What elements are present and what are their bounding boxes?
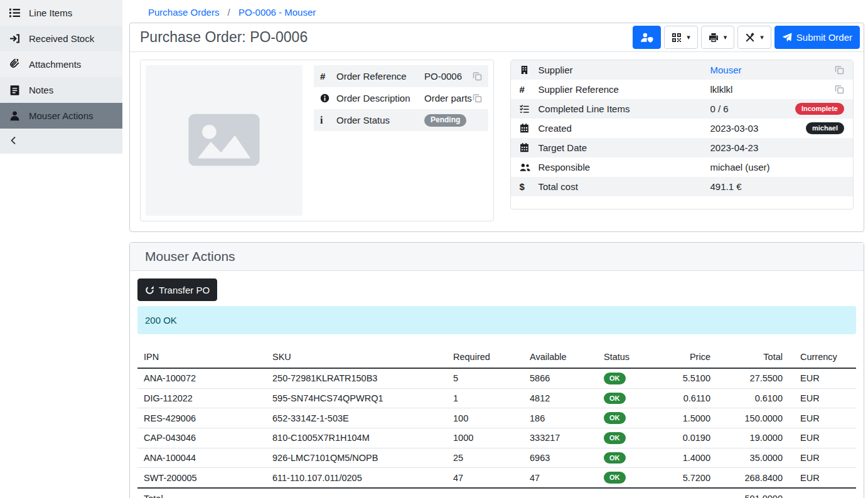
detail-value: 0 / 6 [710,103,795,114]
printer-icon [709,33,719,43]
header-row: IPN SKU Required Available Status Price … [137,348,856,368]
cell-status: OK [597,408,657,428]
sidebar-item-received-stock[interactable]: Received Stock [0,26,122,51]
hash-icon: # [320,71,336,82]
cell-sku: 810-C1005X7R1H104M [266,428,447,448]
table-row: RES-429006 652-3314Z-1-503E 100 186 OK 1… [137,408,856,428]
cell-status: OK [597,368,657,388]
order-summary-card: # Order Reference PO-0006 Order Descri [140,60,494,221]
copy-icon[interactable] [473,93,482,103]
cell-total: 35.0000 [717,448,789,468]
table-row: ANA-100072 250-72981KLRATR150B3 5 5866 O… [137,368,856,388]
total-label: Total [137,488,717,498]
order-detail-list: # Order Reference PO-0006 Order Descri [314,65,488,131]
sidebar-item-label: Line Items [29,8,72,18]
cell-ipn: ANA-100072 [137,368,266,388]
detail-value: PO-0006 [424,71,473,82]
cell-ipn: RES-429006 [137,408,266,428]
cell-required: 100 [447,408,523,428]
cell-required: 1 [447,388,523,408]
breadcrumb-link-current-po[interactable]: PO-0006 - Mouser [238,7,316,18]
po-panel-header: Purchase Order: PO-0006 ▾ [130,23,864,52]
cell-status: OK [597,388,657,408]
submit-order-button[interactable]: Submit Order [774,26,860,49]
sidebar-item-notes[interactable]: Notes [0,77,122,103]
breadcrumb-separator: / [228,7,230,18]
status-ok-badge: OK [604,373,626,384]
sidebar-item-line-items[interactable]: Line Items [0,0,122,26]
caret-down-icon: ▾ [760,34,764,41]
order-options-button[interactable]: ▾ [737,26,771,49]
copy-icon[interactable] [835,85,844,94]
cell-currency: EUR [789,368,856,388]
sidebar: Line Items Received Stock Attachments No… [0,0,122,498]
detail-label: Total cost [538,181,710,192]
cell-ipn: ANA-100044 [137,448,266,468]
total-currency-cell [789,488,856,498]
detail-label: Responsible [538,162,710,172]
cell-total: 0.6100 [717,388,789,408]
submit-order-label: Submit Order [796,32,852,43]
cell-available: 5866 [523,368,597,388]
section-title: Mouser Actions [145,249,235,264]
issue-order-button[interactable] [633,26,661,49]
supplier-summary-card: Supplier Mouser # Supplier Reference lk [510,60,854,209]
cell-required: 47 [447,468,523,488]
status-ok-badge: OK [604,393,626,405]
detail-row-order-reference: # Order Reference PO-0006 [314,65,488,87]
cell-ipn: DIG-112022 [137,388,266,408]
sidebar-item-label: Received Stock [29,33,94,44]
cell-currency: EUR [789,408,856,428]
sidebar-collapse-button[interactable] [0,129,122,154]
detail-label: Order Reference [336,71,424,82]
detail-value: lklklkl [710,84,835,95]
user-icon [9,110,21,121]
copy-icon[interactable] [473,72,482,81]
detail-row-created: Created 2023-03-03 michael [511,119,854,138]
breadcrumb: Purchase Orders / PO-0006 - Mouser [129,5,864,23]
sidebar-item-mouser-actions[interactable]: Mouser Actions [0,103,122,129]
calendar-icon [520,143,538,152]
detail-value: 2023-03-03 [710,123,806,134]
cell-price: 0.6110 [657,388,717,408]
detail-row-responsible: Responsible michael (user) [511,157,854,177]
supplier-detail-list: Supplier Mouser # Supplier Reference lk [511,60,854,196]
cell-currency: EUR [789,388,856,408]
cell-total: 27.5500 [717,368,789,388]
cell-price: 1.4000 [657,448,717,468]
calendar-icon [520,124,538,133]
col-total: Total [717,348,789,368]
chevron-left-icon [9,135,19,147]
print-actions-button[interactable]: ▾ [701,26,735,49]
qrcode-icon [672,33,682,43]
sidebar-item-label: Attachments [29,59,81,70]
main-content: Purchase Orders / PO-0006 - Mouser Purch… [122,0,868,498]
cell-total: 19.0000 [717,428,789,448]
breadcrumb-link-purchase-orders[interactable]: Purchase Orders [148,7,219,18]
sidebar-item-label: Notes [29,85,53,95]
detail-row-target-date: Target Date 2023-04-23 [511,138,854,157]
cell-sku: 652-3314Z-1-503E [266,408,447,428]
notes-icon [9,85,21,95]
barcode-actions-button[interactable]: ▾ [664,26,698,49]
sidebar-item-label: Mouser Actions [29,110,94,121]
paper-plane-icon [782,33,792,43]
status-ok-badge: OK [604,452,626,464]
detail-value: Order parts [424,93,473,103]
received-stock-icon [9,33,21,44]
info-circle-icon [320,93,336,103]
supplier-link[interactable]: Mouser [710,65,742,75]
caret-down-icon: ▾ [724,34,727,41]
transfer-po-button[interactable]: Transfer PO [137,278,217,301]
info-icon: i [320,115,336,126]
detail-row-supplier: Supplier Mouser [511,60,854,80]
sidebar-item-attachments[interactable]: Attachments [0,51,122,77]
cell-required: 5 [447,368,523,388]
cell-total: 268.8400 [717,468,789,488]
detail-value: 491.1 € [710,181,845,192]
cell-ipn: CAP-043046 [137,428,266,448]
copy-icon[interactable] [835,65,844,75]
detail-row-supplier-reference: # Supplier Reference lklklkl [511,80,854,99]
total-value: 501.0000 [717,488,789,498]
detail-label: Target Date [538,142,710,153]
